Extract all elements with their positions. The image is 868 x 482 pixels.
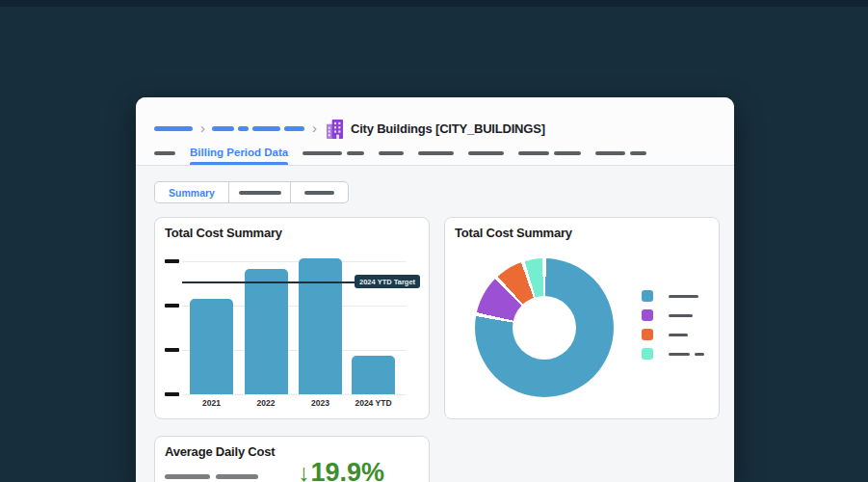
view-switcher: Summary	[154, 181, 349, 203]
tab-bar: Billing Period Data	[154, 142, 646, 165]
tab-redacted-6[interactable]	[518, 142, 581, 165]
breadcrumb: ›› Ci	[154, 118, 545, 139]
redaction-bar	[630, 151, 646, 155]
redaction-bar	[252, 126, 280, 131]
building-icon	[326, 119, 344, 139]
tab-billing-period-data[interactable]: Billing Period Data	[190, 142, 288, 165]
redaction-bar	[238, 126, 249, 131]
redaction-bar	[302, 151, 342, 155]
redaction-bar	[554, 151, 581, 155]
avg-daily-cost-change: ↓19.9%	[298, 458, 384, 482]
y-axis-tick-label-redacted	[165, 259, 179, 263]
y-axis-tick-label-redacted	[165, 348, 179, 352]
panel-header: ›› Ci	[136, 97, 734, 166]
panel-body: Summary Total Cost Summary 2021202220232…	[136, 166, 734, 482]
legend-swatch	[642, 329, 653, 340]
bar-segment-2023[interactable]	[299, 258, 342, 394]
donut-hole	[513, 296, 576, 360]
tab-redacted-0[interactable]	[154, 142, 175, 165]
redaction-bar	[379, 151, 404, 155]
tab-redacted-5[interactable]	[468, 142, 504, 165]
bar-chart: 2021202220232024 YTD2024 YTD Target	[155, 218, 429, 418]
legend-swatch	[642, 309, 653, 321]
view-tab-redacted-2[interactable]	[290, 182, 348, 202]
y-axis-tick-label-redacted	[165, 304, 179, 308]
top-bar	[0, 0, 868, 7]
x-axis-label: 2024 YTD	[345, 398, 403, 408]
bar-segment-2024-ytd[interactable]	[352, 356, 395, 394]
donut-chart	[445, 218, 719, 418]
bar-segment-2021[interactable]	[190, 299, 233, 394]
redaction-bar	[347, 151, 364, 155]
chevron-right-icon: ›	[312, 120, 317, 136]
active-tab-underline	[190, 162, 288, 165]
redaction-bar	[669, 334, 688, 336]
redaction-bar	[212, 126, 234, 131]
legend-item-0[interactable]	[642, 290, 704, 302]
redaction-bar	[154, 126, 193, 131]
legend-item-3[interactable]	[642, 348, 704, 360]
view-tab-label: Summary	[169, 187, 215, 199]
view-tab-summary[interactable]: Summary	[155, 182, 228, 202]
gridline	[182, 261, 406, 262]
redaction-bar	[418, 151, 454, 155]
redaction-bar	[154, 151, 175, 155]
legend-item-2[interactable]	[642, 329, 704, 340]
donut-legend	[642, 290, 704, 367]
tab-label: Billing Period Data	[190, 147, 288, 160]
view-tab-redacted-1[interactable]	[228, 182, 290, 202]
tab-redacted-4[interactable]	[418, 142, 454, 165]
page-background: ›› Ci	[0, 0, 868, 482]
redaction-bar	[595, 151, 625, 155]
redaction-bar	[284, 126, 304, 131]
breadcrumb-item-redacted[interactable]	[212, 126, 308, 131]
redaction-bar	[695, 353, 704, 356]
redaction-bar	[165, 474, 210, 479]
x-axis-label: 2023	[292, 398, 350, 408]
donut-chart-card: Total Cost Summary	[444, 217, 720, 419]
redaction-bar	[216, 474, 258, 479]
avg-daily-cost-change-value: 19.9%	[311, 458, 385, 482]
legend-swatch	[642, 348, 653, 360]
chevron-right-icon: ›	[200, 120, 205, 136]
x-axis-label: 2022	[237, 398, 295, 408]
legend-swatch	[642, 290, 653, 302]
legend-item-1[interactable]	[642, 309, 704, 321]
target-line-badge: 2024 YTD Target	[355, 275, 420, 288]
tab-redacted-7[interactable]	[595, 142, 646, 165]
x-axis-label: 2021	[183, 398, 241, 408]
avg-daily-cost-card: Average Daily Cost ↓19.9%	[154, 436, 430, 482]
redaction-bar	[669, 295, 698, 298]
y-axis-tick-label-redacted	[165, 392, 179, 396]
redaction-bar	[239, 191, 281, 195]
tab-redacted-3[interactable]	[379, 142, 404, 165]
bar-chart-card: Total Cost Summary 2021202220232024 YTD2…	[154, 217, 430, 419]
breadcrumb-item-redacted[interactable]	[154, 126, 197, 131]
redaction-bar	[669, 353, 690, 356]
target-line	[182, 281, 355, 283]
redaction-bar	[518, 151, 549, 155]
avg-daily-cost-title: Average Daily Cost	[165, 444, 275, 459]
building-detail-panel: ›› Ci	[136, 97, 734, 482]
redaction-bar	[468, 151, 504, 155]
bar-segment-2022[interactable]	[245, 269, 288, 394]
redaction-bar	[304, 191, 334, 195]
avg-daily-cost-redacted-values	[165, 474, 258, 479]
gridline	[182, 394, 406, 395]
page-title: City Buildings [CITY_BUILDINGS]	[351, 121, 545, 136]
redaction-bar	[669, 314, 693, 317]
tab-redacted-2[interactable]	[302, 142, 364, 165]
arrow-down-icon: ↓	[298, 459, 310, 482]
